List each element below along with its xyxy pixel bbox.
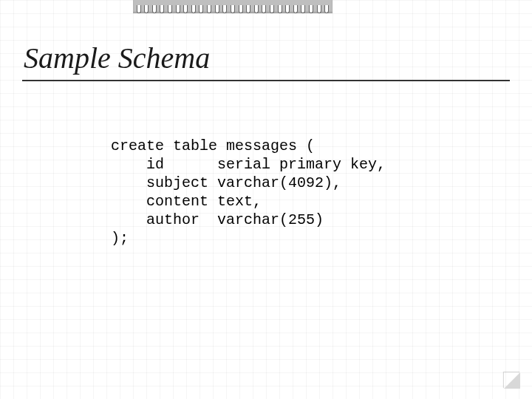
- title-underline: [22, 80, 510, 81]
- code-line: );: [111, 230, 129, 247]
- code-line: create table messages (: [111, 137, 315, 154]
- slide-title: Sample Schema: [24, 41, 210, 75]
- page-curl-icon: [504, 372, 520, 389]
- code-line: content text,: [111, 193, 262, 210]
- code-line: author varchar(255): [111, 211, 324, 228]
- code-line: id serial primary key,: [111, 156, 386, 173]
- code-block: create table messages ( id serial primar…: [111, 137, 386, 248]
- notebook-band: [133, 0, 332, 13]
- code-line: subject varchar(4092),: [111, 174, 341, 191]
